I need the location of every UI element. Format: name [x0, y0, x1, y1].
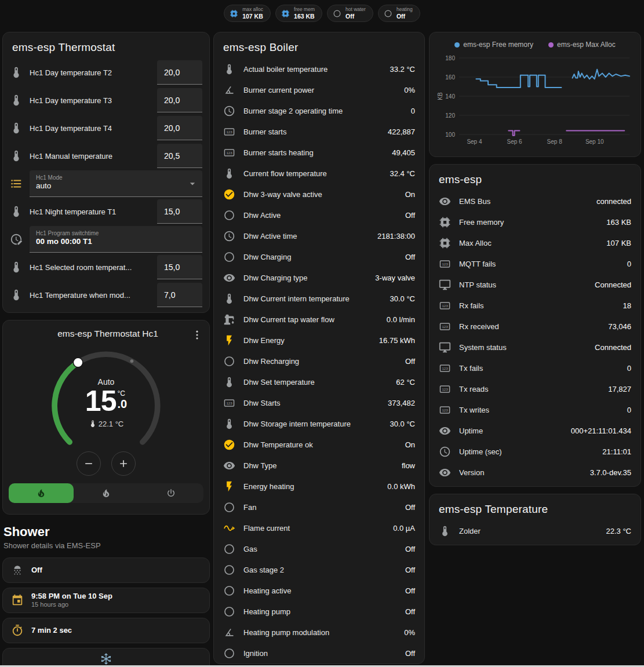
- entity-row-max-alloc[interactable]: Max Alloc107 KB: [430, 232, 641, 253]
- entity-row-ignition[interactable]: IgnitionOff: [214, 643, 424, 664]
- entity-label: Tx writes: [459, 406, 619, 414]
- shower-head-icon: [11, 564, 24, 577]
- temp-increase-button[interactable]: [111, 451, 136, 476]
- thermometer-icon: [10, 150, 23, 162]
- entity-row-dhw-storage-intern-temperature[interactable]: Dhw Storage intern temperature30.0 °C: [214, 413, 424, 434]
- shower-card-off[interactable]: Off: [2, 557, 210, 583]
- shower-card-snowflake[interactable]: [2, 648, 210, 667]
- entity-row-gas-stage-2[interactable]: Gas stage 2Off: [214, 559, 424, 580]
- entity-row-heating-pump-modulation[interactable]: Heating pump modulation0%: [214, 622, 424, 643]
- entity-label: Flame current: [243, 524, 385, 533]
- entity-row-dhw-recharging[interactable]: Dhw RechargingOff: [214, 351, 424, 371]
- legend-item-ems-esp-free-memory[interactable]: ems-esp Free memory: [454, 41, 533, 49]
- entity-row-actual-boiler-temperature[interactable]: Actual boiler temperature33.2 °C: [214, 59, 424, 79]
- entity-row-dhw-current-tap-water-flow[interactable]: Dhw Current tap water flow0.0 l/min: [214, 309, 424, 330]
- shower-card-9-58-pm-on-tue-10-sep[interactable]: 9:58 PM on Tue 10 Sep15 hours ago: [2, 588, 210, 613]
- timer-icon: [11, 624, 24, 637]
- entity-row-ntp-status[interactable]: NTP statusConnected: [430, 274, 641, 295]
- entity-value: 0.0 kWh: [387, 482, 415, 491]
- text-input[interactable]: Hc1 Program switchtime00 mo 00:00 T1: [30, 226, 202, 253]
- flame-icon: [101, 488, 111, 498]
- entity-row-uptime[interactable]: Uptime000+21:11:01.434: [430, 420, 641, 441]
- field-label: Hc1 Program switchtime: [36, 230, 185, 236]
- entity-row-dhw-current-intern-temperature[interactable]: Dhw Current intern temperature30.0 °C: [214, 288, 424, 309]
- entity-row-heating-pump[interactable]: Heating pumpOff: [214, 601, 424, 622]
- entity-row-tx-writes[interactable]: 123Tx writes0: [430, 399, 641, 420]
- entity-row-free-memory[interactable]: Free memory163 KB: [430, 212, 641, 232]
- entity-label: Heating pump: [243, 607, 397, 616]
- mode-heat-button[interactable]: [74, 483, 139, 503]
- status-chip-heating[interactable]: heatingOff: [378, 5, 420, 22]
- status-chip-hot-water[interactable]: hot waterOff: [327, 5, 373, 22]
- entity-row-mqtt-fails[interactable]: 123MQTT fails0: [430, 253, 641, 274]
- number-input[interactable]: 20,0: [157, 116, 202, 140]
- legend-dot: [454, 42, 460, 48]
- entity-row-burner-stage-2-operating-time[interactable]: Burner stage 2 operating time0: [214, 100, 424, 121]
- ems-rows: EMS BusconnectedFree memory163 KBMax All…: [430, 191, 641, 486]
- entity-row-dhw-temperature-ok[interactable]: Dhw Temperature okOn: [214, 434, 424, 455]
- menu-dots-icon[interactable]: [191, 329, 203, 341]
- status-chip-free-mem[interactable]: free mem163 KB: [275, 5, 322, 22]
- number-input[interactable]: 20,0: [157, 60, 202, 85]
- entity-row-tx-reads[interactable]: 123Tx reads17,827: [430, 378, 641, 399]
- entity-row-uptime-sec[interactable]: Uptime (sec)21:11:01: [430, 441, 641, 462]
- entity-row-system-status[interactable]: System statusConnected: [430, 337, 641, 358]
- mode-off-button[interactable]: [139, 483, 203, 503]
- entity-row-dhw-set-temperature[interactable]: Dhw Set temperature62 °C: [214, 371, 424, 392]
- entity-row-gas[interactable]: GasOff: [214, 538, 424, 559]
- dial-setpoint-handle[interactable]: [73, 358, 82, 367]
- entity-row-current-flow-temperature[interactable]: Current flow temperature32.4 °C: [214, 163, 424, 184]
- chart-legend: ems-esp Free memoryems-esp Max Alloc: [436, 38, 634, 51]
- ems-status-card: ems-esp EMS BusconnectedFree memory163 K…: [429, 164, 641, 487]
- entity-row-dhw-active-time[interactable]: Dhw Active time2181:38:00: [214, 225, 424, 246]
- entity-row-heating-active[interactable]: Heating activeOff: [214, 580, 424, 601]
- shower-card-7-min-2-sec[interactable]: 7 min 2 sec: [2, 618, 210, 643]
- number-input[interactable]: 20,5: [157, 144, 202, 168]
- entity-label: Heating active: [243, 586, 397, 595]
- mode-select[interactable]: Hc1 Modeauto: [30, 170, 202, 197]
- entity-row-burner-current-power[interactable]: Burner current power0%: [214, 79, 424, 100]
- entity-row-flame-current[interactable]: Flame current0.0 µA: [214, 517, 424, 538]
- mode-auto-button[interactable]: [9, 483, 74, 503]
- entity-row-dhw-type[interactable]: Dhw Typeflow: [214, 455, 424, 476]
- entity-value: 30.0 °C: [390, 420, 415, 428]
- entity-row-dhw-starts[interactable]: 123Dhw Starts373,482: [214, 392, 424, 413]
- number-input[interactable]: 15,0: [157, 255, 202, 279]
- entity-row-burner-starts[interactable]: 123Burner starts422,887: [214, 121, 424, 142]
- memory-chip-icon: [439, 216, 451, 228]
- circle-outline-icon: [384, 9, 392, 18]
- circle-outline-icon: [223, 501, 235, 513]
- entity-row-fan[interactable]: FanOff: [214, 497, 424, 517]
- entity-row-rx-received[interactable]: 123Rx received73,046: [430, 316, 641, 337]
- entity-row-burner-starts-heating[interactable]: 123Burner starts heating49,405: [214, 142, 424, 163]
- entity-row-dhw-active[interactable]: Dhw ActiveOff: [214, 205, 424, 225]
- entity-row-zolder[interactable]: Zolder22.3 °C: [430, 520, 641, 541]
- monitor-icon: [439, 341, 451, 353]
- status-chip-max-alloc[interactable]: max alloc107 KB: [224, 5, 271, 22]
- entity-row-dhw-charging[interactable]: Dhw ChargingOff: [214, 246, 424, 267]
- number-input[interactable]: 20,0: [157, 88, 202, 112]
- number-input[interactable]: 15,0: [157, 199, 202, 224]
- entity-label: Hc1 Temperature when mod...: [30, 291, 150, 300]
- entity-row-energy-heating[interactable]: Energy heating0.0 kWh: [214, 476, 424, 497]
- entity-value: Off: [405, 607, 415, 616]
- entity-label: Dhw Energy: [243, 336, 371, 345]
- thermostat-dial[interactable]: Auto 15 °C .0 22.1 °C: [40, 341, 172, 470]
- number-input[interactable]: 7,0: [157, 283, 202, 307]
- shower-cards: Off9:58 PM on Tue 10 Sep15 hours ago7 mi…: [2, 557, 210, 667]
- entity-row-ems-bus[interactable]: EMS Busconnected: [430, 191, 641, 212]
- temp-decrease-button[interactable]: [77, 451, 101, 476]
- svg-text:123: 123: [442, 387, 448, 391]
- legend-item-ems-esp-max-alloc[interactable]: ems-esp Max Alloc: [548, 41, 616, 49]
- dial-ring[interactable]: [40, 341, 172, 470]
- entity-value: 18: [623, 301, 631, 310]
- chip-value: Off: [345, 13, 366, 20]
- svg-text:123: 123: [226, 129, 232, 133]
- entity-row-rx-fails[interactable]: 123Rx fails18: [430, 295, 641, 316]
- counter-icon: 123: [439, 300, 451, 312]
- entity-row-dhw-energy[interactable]: Dhw Energy16.75 kWh: [214, 330, 424, 351]
- entity-row-tx-fails[interactable]: 123Tx fails0: [430, 358, 641, 378]
- entity-row-dhw-3-way-valve-active[interactable]: Dhw 3-way valve activeOn: [214, 184, 424, 205]
- entity-row-version[interactable]: Version3.7.0-dev.35: [430, 462, 641, 483]
- entity-row-dhw-charging-type[interactable]: Dhw Charging type3-way valve: [214, 267, 424, 288]
